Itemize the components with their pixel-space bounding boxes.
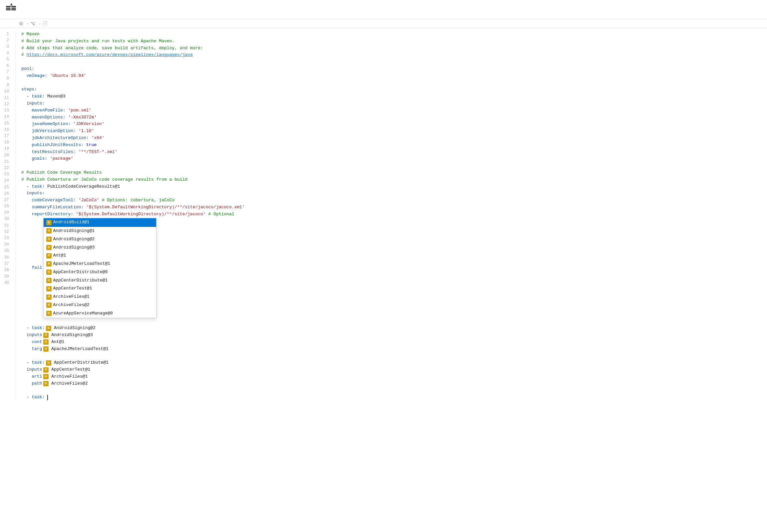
code-line: path⋹ ArchiveFiles@2 [21,380,767,387]
line-number: 30 [3,216,12,222]
line-number: 18 [3,139,12,146]
autocomplete-task-icon: ⋹ [46,228,52,234]
autocomplete-task-icon: ⋹ [46,360,51,366]
code-content[interactable]: # Maven# Build your Java projects and ru… [16,31,767,401]
line-number: 33 [3,235,12,242]
code-line: targ⋹ ApacheJMeterLoadTest@1 [21,346,767,353]
svg-rect-5 [11,9,16,10]
autocomplete-task-icon: ⋹ [46,311,52,316]
autocomplete-task-icon: ⋹ [46,269,52,275]
autocomplete-task-icon: ⋹ [46,220,52,225]
code-line: testResultsFiles: '**/TEST-*.xml' [21,149,767,156]
svg-rect-3 [11,6,16,7]
line-number: 29 [3,210,12,216]
autocomplete-task-icon: ⋹ [46,326,51,331]
code-line: codeCoverageTool: 'JaCoCo' # Options: co… [21,197,767,204]
autocomplete-item[interactable]: ⋹AzureAppServiceManage@0 [44,309,156,318]
line-number: 1 [3,31,12,37]
code-line: inputs: [21,190,767,197]
code-line [21,162,767,169]
autocomplete-dropdown[interactable]: ⋹AndroidBuild@1ⓘ⋹AndroidSigning@1⋹Androi… [43,218,156,318]
autocomplete-task-icon: ⋹ [46,261,52,266]
code-line [21,387,767,394]
line-number: 28 [3,203,12,210]
code-line [21,80,767,87]
autocomplete-task-icon: ⋹ [43,346,49,352]
autocomplete-item[interactable]: ⋹AndroidSigning@3 [44,244,156,252]
code-line: mavenOptions: '-Xmx3072m' [21,114,767,121]
svg-rect-4 [11,8,16,9]
code-line: mavenPomFile: 'pom.xml' [21,107,767,114]
autocomplete-item-label: ArchiveFiles@1 [53,293,89,300]
line-number: 40 [3,280,12,286]
autocomplete-item-label: ArchiveFiles@2 [53,302,89,309]
autocomplete-item[interactable]: ⋹AppCenterTest@1 [44,284,156,293]
line-number: 22 [3,165,12,171]
autocomplete-item[interactable]: ⋹ArchiveFiles@1 [44,293,156,301]
info-icon[interactable]: ⓘ [149,219,153,226]
code-line: publishJUnitResults: true [21,142,767,149]
code-line: steps: [21,86,767,93]
line-number: 36 [3,255,12,261]
code-line: javaHomeOption: 'JDKVersion' [21,121,767,128]
autocomplete-item-label: Ant@1 [53,252,66,259]
text-cursor [47,395,48,400]
code-line: summaryFileLocation: '$(System.DefaultWo… [21,204,767,211]
line-number: 20 [3,152,12,159]
header-bar [0,0,767,19]
line-number: 14 [3,114,12,120]
autocomplete-item[interactable]: ⋹AndroidBuild@1ⓘ [44,218,156,227]
code-line: fail⋹AndroidBuild@1ⓘ⋹AndroidSigning@1⋹An… [21,218,767,318]
autocomplete-task-icon: ⋹ [43,367,49,373]
code-line: pool: [21,66,767,73]
autocomplete-task-icon: ⋹ [46,245,52,250]
code-line: inputs⋹ AndroidSigning@3 [21,332,767,339]
line-number: 25 [3,184,12,191]
code-line: - task: [21,394,767,401]
code-line [21,318,767,325]
code-line: # Maven [21,31,767,38]
line-number: 24 [3,178,12,184]
autocomplete-item-label: AzureAppServiceManage@0 [53,310,112,317]
code-editor: 1234567891011121314151617181920212223242… [0,28,767,404]
autocomplete-item[interactable]: ⋹AppCenterDistribute@1 [44,276,156,285]
line-number: 35 [3,248,12,254]
autocomplete-item-label: AppCenterDistribute@1 [53,277,107,284]
line-number: 38 [3,267,12,273]
code-line: - task: PublishCodeCoverageResults@1 [21,183,767,190]
code-line: # Publish Cobertura or JaCoCo code cover… [21,176,767,183]
line-number: 5 [3,57,12,63]
code-line: cont⋹ Ant@1 [21,339,767,346]
line-number: 27 [3,197,12,203]
line-number: 17 [3,133,12,139]
code-line: # Add steps that analyze code, save buil… [21,45,767,52]
autocomplete-item-label: AndroidBuild@1 [53,219,89,226]
autocomplete-item[interactable]: ⋹AndroidSigning@2 [44,235,156,244]
autocomplete-task-icon: ⋹ [43,381,49,386]
app-header: ⊙ › ⌥ › 📄 [0,0,767,28]
line-number: 23 [3,171,12,178]
code-line: vmImage: 'Ubuntu 16.04' [21,73,767,80]
autocomplete-item[interactable]: ⋹Ant@1 [44,252,156,260]
autocomplete-item[interactable]: ⋹AndroidSigning@1 [44,227,156,235]
breadcrumb: ⊙ › ⌥ › 📄 [0,19,767,28]
line-number: 21 [3,159,12,165]
autocomplete-task-icon: ⋹ [43,374,49,379]
autocomplete-item[interactable]: ⋹AppCenterDistribute@0 [44,268,156,276]
line-number: 9 [3,82,12,89]
code-line: jdkArchitectureOption: 'x64' [21,135,767,142]
line-number: 15 [3,120,12,127]
line-number: 31 [3,223,12,229]
code-line [21,59,767,66]
code-line: - task:⋹ AppCenterDistribute@1 [21,359,767,366]
line-number: 6 [3,63,12,69]
line-number: 16 [3,127,12,133]
repo-icon: ⊙ [19,21,23,26]
line-number: 10 [3,89,12,95]
autocomplete-item[interactable]: ⋹ApacheJMeterLoadTest@1 [44,260,156,268]
autocomplete-item-label: ApacheJMeterLoadTest@1 [53,261,110,267]
code-line: inputs: [21,100,767,107]
line-number: 19 [3,146,12,152]
autocomplete-item[interactable]: ⋹ArchiveFiles@2 [44,301,156,309]
code-line: reportDirectory: '$(System.DefaultWorkin… [21,211,767,218]
